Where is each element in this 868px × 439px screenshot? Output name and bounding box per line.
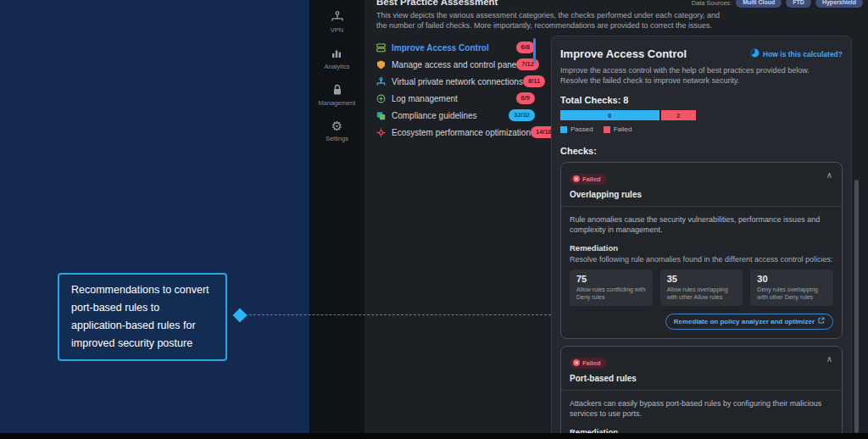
card-header[interactable]: ✕ Failed Port-based rules ∧ bbox=[561, 347, 842, 390]
gear-icon: ⚙ bbox=[331, 119, 342, 132]
check-cards: ✕ Failed Overlapping rules ∧ Rule anomal… bbox=[560, 162, 843, 433]
sidebar-item-label: Settings bbox=[326, 135, 348, 142]
category-item-compliance[interactable]: Compliance guidelines 32/32 bbox=[376, 107, 535, 124]
category-item-improve-access-control[interactable]: Improve Access Control 6/8 bbox=[376, 39, 535, 56]
data-sources: Data Sources: Multi Cloud FTD Hypershiel… bbox=[692, 0, 863, 8]
stats-row: 75 Allow rules conflicting with Deny rul… bbox=[570, 270, 833, 306]
shield-icon bbox=[376, 60, 386, 69]
bottom-edge bbox=[0, 433, 868, 439]
how-calculated-link[interactable]: How is this calculated? bbox=[750, 48, 843, 59]
category-item-log-management[interactable]: Log management 6/9 bbox=[376, 90, 535, 107]
category-label: Ecosystem performance optimization bbox=[392, 128, 531, 137]
total-checks-label: Total Checks: 8 bbox=[560, 95, 843, 105]
check-description: Rule anomalies cause the security vulner… bbox=[570, 214, 833, 235]
ecosystem-icon bbox=[376, 128, 386, 137]
lock-icon bbox=[331, 83, 344, 97]
app-window: Recommendations to convert port-based ru… bbox=[0, 0, 868, 439]
category-item-manage-access[interactable]: Manage access and control pane 7/12 bbox=[376, 56, 535, 73]
chevron-up-icon[interactable]: ∧ bbox=[826, 354, 832, 364]
sidebar-item-vpn[interactable]: VPN bbox=[331, 10, 344, 34]
checks-heading: Checks: bbox=[560, 146, 843, 156]
category-label: Compliance guidelines bbox=[392, 111, 477, 120]
page-description: This view depicts the various assessment… bbox=[376, 10, 720, 31]
compliance-icon bbox=[376, 111, 386, 120]
remediation-heading: Remediation bbox=[570, 243, 833, 253]
category-item-vpn-connections[interactable]: Virtual private network connections 8/11 bbox=[376, 73, 535, 90]
category-label: Manage access and control pane bbox=[392, 60, 516, 69]
category-label: Improve Access Control bbox=[392, 43, 489, 53]
sidebar-item-analytics[interactable]: Analytics bbox=[324, 47, 349, 70]
status-badge: ✕ Failed bbox=[570, 174, 607, 186]
icon-sidebar: VPN Analytics Management ⚙ Settings bbox=[309, 0, 364, 433]
checks-progress-bar: 6 2 bbox=[560, 110, 696, 120]
vpn-node-icon bbox=[376, 77, 386, 86]
stat-box: 30 Deny rules overlapping with other Den… bbox=[750, 270, 833, 306]
annotation-text: Recommendations to convert port-based ru… bbox=[71, 284, 209, 349]
remediation-text: Resolve following rule anomalies found i… bbox=[570, 255, 833, 264]
remediate-button[interactable]: Remediate on policy analyzer and optimiz… bbox=[665, 314, 833, 330]
category-list: Improve Access Control 6/8 Manage access… bbox=[376, 39, 535, 141]
passed-swatch bbox=[560, 126, 567, 133]
list-scrollbar[interactable] bbox=[533, 38, 536, 64]
check-card-port-based-rules: ✕ Failed Port-based rules ∧ Attackers ca… bbox=[560, 346, 843, 433]
stat-box: 75 Allow rules conflicting with Deny rul… bbox=[570, 270, 653, 306]
detail-panel: Improve Access Control How is this calcu… bbox=[551, 36, 852, 433]
analytics-icon bbox=[330, 47, 343, 60]
category-count-badge: 6/8 bbox=[516, 42, 535, 53]
category-count-badge: 32/32 bbox=[509, 109, 535, 121]
data-source-badge[interactable]: Multi Cloud bbox=[736, 0, 782, 8]
status-badge: ✕ Failed bbox=[570, 358, 607, 370]
progress-failed: 2 bbox=[661, 110, 696, 120]
remediation-heading: Remediation bbox=[570, 427, 833, 433]
card-header[interactable]: ✕ Failed Overlapping rules ∧ bbox=[561, 163, 842, 206]
sidebar-item-management[interactable]: Management bbox=[319, 83, 356, 107]
progress-legend: Passed Failed bbox=[560, 125, 843, 133]
category-label: Virtual private network connections bbox=[392, 77, 523, 86]
external-link-icon bbox=[818, 317, 825, 325]
progress-passed: 6 bbox=[560, 110, 659, 120]
failed-circle-icon: ✕ bbox=[573, 175, 580, 182]
annotation-region: Recommendations to convert port-based ru… bbox=[0, 0, 309, 433]
sidebar-item-label: Analytics bbox=[324, 63, 349, 70]
detail-description: Improve the access control with the help… bbox=[560, 65, 843, 86]
stat-box: 35 Allow rules overlapping with other Al… bbox=[660, 270, 743, 306]
panel-scrollbar[interactable] bbox=[854, 180, 859, 433]
failed-circle-icon: ✕ bbox=[573, 359, 580, 366]
sidebar-item-label: VPN bbox=[331, 26, 343, 34]
annotation-callout: Recommendations to convert port-based ru… bbox=[58, 273, 227, 361]
sidebar-item-settings[interactable]: ⚙ Settings bbox=[326, 119, 348, 142]
check-description: Attackers can easily bypass port-based r… bbox=[570, 398, 833, 419]
detail-title: Improve Access Control bbox=[560, 47, 687, 60]
failed-swatch bbox=[604, 126, 610, 133]
card-body: Rule anomalies cause the security vulner… bbox=[561, 206, 842, 338]
vpn-icon bbox=[331, 10, 344, 24]
data-source-badge[interactable]: Hypershield bbox=[815, 0, 863, 8]
connector-line bbox=[245, 314, 551, 315]
check-card-overlapping-rules: ✕ Failed Overlapping rules ∧ Rule anomal… bbox=[560, 162, 843, 339]
check-title: Overlapping rules bbox=[570, 190, 833, 199]
card-body: Attackers can easily bypass port-based r… bbox=[561, 390, 842, 433]
legend-failed: Failed bbox=[604, 125, 632, 133]
category-count-badge: 6/9 bbox=[516, 92, 535, 104]
plus-circle-icon bbox=[376, 94, 386, 103]
category-label: Log management bbox=[392, 94, 458, 103]
category-item-ecosystem[interactable]: Ecosystem performance optimization 14/18 bbox=[376, 124, 535, 141]
legend-passed: Passed bbox=[560, 125, 593, 133]
donut-chart-icon bbox=[750, 48, 760, 59]
sidebar-item-label: Management bbox=[319, 99, 356, 107]
main-content: Best Practice Assessment This view depic… bbox=[364, 0, 868, 433]
chevron-up-icon[interactable]: ∧ bbox=[826, 170, 832, 180]
category-count-badge: 8/11 bbox=[523, 75, 545, 87]
page-title: Best Practice Assessment bbox=[376, 0, 498, 7]
access-control-icon bbox=[376, 43, 386, 53]
check-title: Port-based rules bbox=[570, 374, 833, 383]
data-sources-label: Data Sources: bbox=[692, 0, 732, 7]
data-source-badge[interactable]: FTD bbox=[786, 0, 811, 8]
